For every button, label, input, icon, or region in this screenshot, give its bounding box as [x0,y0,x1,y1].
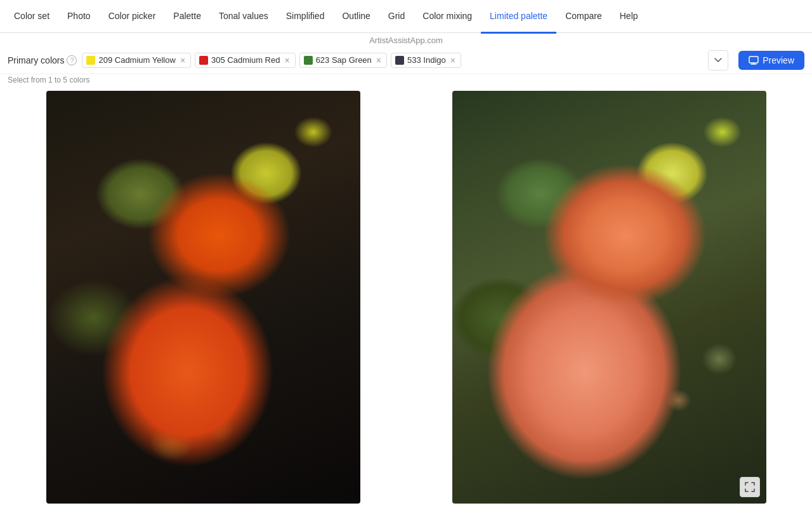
cadmium-yellow-label: 209 Cadmium Yellow [98,55,175,65]
nav-item-color-mixing[interactable]: Color mixing [414,1,481,34]
color-dropdown-button[interactable] [708,50,728,70]
nav-item-color-set[interactable]: Color set [5,1,58,34]
color-tag-sap-green[interactable]: 623 Sap Green × [299,53,387,68]
fullscreen-icon [745,482,755,492]
right-image-bg [452,91,766,504]
cadmium-yellow-remove[interactable]: × [180,55,185,65]
color-tags-container: 209 Cadmium Yellow × 305 Cadmium Red × 6… [82,53,703,68]
original-photo-image [452,91,766,504]
nav-item-color-picker[interactable]: Color picker [100,1,165,34]
right-image-render [452,91,766,504]
preview-icon [749,55,759,65]
color-tag-cadmium-yellow[interactable]: 209 Cadmium Yellow × [82,53,191,68]
left-image-bg [46,91,360,504]
nav-item-tonal-values[interactable]: Tonal values [210,1,277,34]
chevron-down-icon [714,58,722,63]
indigo-remove[interactable]: × [450,55,455,65]
nav-item-grid[interactable]: Grid [379,1,414,34]
nav-item-compare[interactable]: Compare [556,1,611,34]
sap-green-label: 623 Sap Green [316,55,372,65]
color-tag-indigo[interactable]: 533 Indigo × [391,53,461,68]
indigo-label: 533 Indigo [407,55,446,65]
primary-colors-bar: Primary colors ? 209 Cadmium Yellow × 30… [0,46,812,74]
nav-item-outline[interactable]: Outline [333,1,379,34]
main-nav: Color set Photo Color picker Palette Ton… [0,0,812,33]
color-tag-cadmium-red[interactable]: 305 Cadmium Red × [195,53,296,68]
nav-item-palette[interactable]: Palette [164,1,210,34]
left-image-panel [0,91,406,505]
main-content [0,86,812,505]
color-hint-text: Select from 1 to 5 colors [0,74,812,86]
nav-item-help[interactable]: Help [611,1,647,34]
cadmium-red-remove[interactable]: × [284,55,289,65]
left-image-render [46,91,360,504]
nav-item-limited-palette[interactable]: Limited palette [481,1,556,34]
right-image-panel [406,91,812,505]
nav-item-simplified[interactable]: Simplified [277,1,334,34]
cadmium-red-label: 305 Cadmium Red [211,55,280,65]
nav-item-photo[interactable]: Photo [58,1,100,34]
primary-colors-label: Primary colors ? [8,55,77,65]
svg-rect-0 [749,57,758,63]
cadmium-yellow-swatch [86,56,95,65]
app-subtitle: ArtistAssistApp.com [0,33,812,46]
limited-palette-image [46,91,360,504]
sap-green-swatch [304,56,313,65]
cadmium-red-swatch [199,56,208,65]
primary-colors-help-icon[interactable]: ? [67,55,77,65]
indigo-swatch [395,56,404,65]
preview-button[interactable]: Preview [738,51,804,70]
fullscreen-button[interactable] [740,477,760,497]
sap-green-remove[interactable]: × [376,55,381,65]
